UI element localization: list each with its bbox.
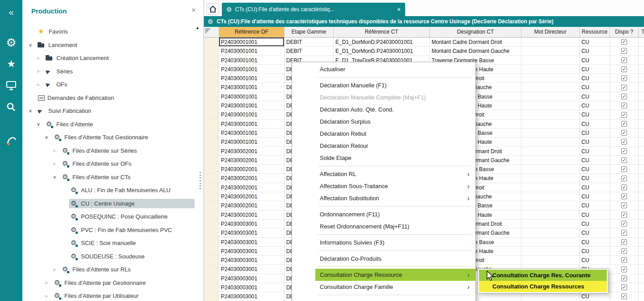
panel-resize-grip[interactable] bbox=[199, 172, 201, 191]
menu-item[interactable]: Déclaration Co-Produits bbox=[292, 253, 475, 265]
row-selector-cell[interactable] bbox=[204, 83, 219, 92]
home-button[interactable] bbox=[207, 3, 219, 15]
search-button[interactable] bbox=[0, 99, 22, 115]
dispo-checkbox[interactable]: ✓ bbox=[621, 176, 627, 181]
menu-item[interactable]: Déclaration Rebut bbox=[292, 128, 475, 140]
row-selector-cell[interactable] bbox=[204, 265, 219, 274]
menu-item[interactable]: Consultation Charge Ressource› bbox=[292, 269, 475, 281]
dispo-checkbox[interactable]: ✓ bbox=[621, 185, 627, 190]
dispo-checkbox[interactable]: ✓ bbox=[621, 230, 627, 236]
row-selector-cell[interactable] bbox=[204, 47, 219, 56]
dispo-checkbox[interactable]: ✓ bbox=[621, 212, 627, 218]
dispo-checkbox[interactable]: ✓ bbox=[621, 48, 627, 54]
chevron-collapsed-icon[interactable]: > bbox=[37, 69, 44, 74]
row-selector-cell[interactable] bbox=[204, 219, 219, 228]
tab-close-icon[interactable]: × bbox=[397, 6, 401, 13]
chevron-collapsed-icon[interactable]: > bbox=[37, 56, 44, 61]
dispo-checkbox[interactable]: ✓ bbox=[621, 112, 627, 118]
settings-button[interactable] bbox=[0, 35, 22, 50]
chevron-expanded-icon[interactable]: ∨ bbox=[29, 42, 36, 48]
row-selector-cell[interactable] bbox=[204, 74, 219, 83]
nav-item[interactable]: >Création Lancement bbox=[22, 52, 197, 65]
row-selector-cell[interactable] bbox=[204, 165, 219, 174]
menu-item[interactable]: Déclaration Auto. Qté. Cond. bbox=[292, 103, 475, 116]
column-header[interactable]: Référence CT bbox=[334, 27, 430, 38]
dispo-checkbox[interactable]: ✓ bbox=[621, 202, 627, 208]
chevron-collapsed-icon[interactable]: > bbox=[53, 267, 60, 272]
menu-item[interactable]: Ordonnancement (F11) bbox=[292, 208, 475, 220]
nav-item[interactable]: >Files d'Attente par Utilisateur bbox=[22, 289, 197, 301]
tab-active[interactable]: CTs (CU):File d'attente des caractéristi… bbox=[222, 3, 405, 16]
nav-item[interactable]: >OFs bbox=[22, 78, 197, 91]
nav-item[interactable]: PVC : Fin de Fab Menuiseries PVC bbox=[22, 224, 197, 237]
row-selector-cell[interactable] bbox=[204, 110, 219, 119]
row-selector-cell[interactable] bbox=[204, 129, 219, 138]
nav-item[interactable]: ∨Suivi Fabrication bbox=[22, 104, 197, 118]
column-header[interactable]: Etape Gamme bbox=[284, 27, 334, 38]
dispo-checkbox[interactable]: ✓ bbox=[621, 267, 627, 272]
dispo-checkbox[interactable]: ✓ bbox=[621, 121, 627, 127]
column-header[interactable]: Ressource bbox=[580, 27, 610, 38]
nav-item[interactable]: >Séries bbox=[22, 65, 197, 78]
menu-item[interactable]: Déclaration Manuelle (F1) bbox=[292, 79, 475, 91]
nav-item[interactable]: ALU : Fin de Fab Menuiseries ALU bbox=[22, 184, 197, 197]
row-selector-cell[interactable] bbox=[204, 274, 219, 283]
row-selector-cell[interactable] bbox=[204, 256, 219, 265]
dispo-checkbox[interactable]: ✓ bbox=[621, 148, 627, 154]
dispo-checkbox[interactable]: ✓ bbox=[621, 257, 627, 263]
row-selector-cell[interactable] bbox=[204, 101, 219, 110]
row-selector-cell[interactable] bbox=[204, 138, 219, 146]
chevron-collapsed-icon[interactable]: > bbox=[37, 82, 44, 87]
menu-item[interactable]: Affectation RL› bbox=[292, 168, 475, 180]
table-row[interactable]: P24030001001DEBITE_D1_DorMonG:P240300010… bbox=[204, 47, 644, 56]
dispo-checkbox[interactable]: ✓ bbox=[621, 139, 627, 145]
row-selector-cell[interactable] bbox=[204, 147, 219, 156]
dispo-checkbox[interactable]: ✓ bbox=[621, 75, 627, 81]
dispo-checkbox[interactable]: ✓ bbox=[621, 293, 627, 299]
nav-item[interactable]: SOUDEUSE : Soudeuse bbox=[22, 250, 197, 263]
menu-item[interactable]: Affectation Substitution› bbox=[292, 192, 475, 204]
dispo-checkbox[interactable]: ✓ bbox=[621, 66, 627, 72]
nav-item[interactable]: ∨Files d'Attente sur CTs bbox=[22, 171, 197, 184]
menu-item[interactable]: Déclaration Surplus bbox=[292, 116, 475, 128]
nav-item[interactable]: Favoris bbox=[22, 25, 197, 39]
chevron-collapsed-icon[interactable]: > bbox=[45, 280, 52, 285]
submenu-item[interactable]: Consultation Charge Ressources bbox=[479, 281, 607, 292]
row-selector-cell[interactable] bbox=[204, 192, 219, 201]
nav-item[interactable]: CU : Centre Usinage bbox=[22, 197, 197, 211]
nav-item[interactable]: ∨Files d'Attente Tout Gestionnaire bbox=[22, 131, 197, 144]
menu-item[interactable]: Affectation Sous-Traitance› bbox=[292, 180, 475, 192]
nav-item[interactable]: ∨Lancement bbox=[22, 39, 197, 52]
row-selector-cell[interactable] bbox=[204, 92, 219, 101]
nav-item[interactable]: >Files d'Attente par Gestionnaire bbox=[22, 276, 197, 290]
nav-item[interactable]: >Files d'Attente sur Séries bbox=[22, 144, 197, 158]
nav-item[interactable]: POSEQUINC : Pose Quincaillerie bbox=[22, 210, 197, 224]
dispo-checkbox[interactable]: ✓ bbox=[621, 275, 627, 281]
menu-item[interactable]: Reset Ordonnancement (Maj+F11) bbox=[292, 220, 475, 232]
workstation-button[interactable] bbox=[0, 78, 22, 93]
chevron-collapsed-icon[interactable]: > bbox=[45, 293, 52, 299]
row-selector-cell[interactable] bbox=[204, 201, 219, 210]
nav-item[interactable]: >Files d'Attente sur OFs bbox=[22, 157, 197, 171]
row-selector-cell[interactable] bbox=[204, 174, 219, 183]
chevron-expanded-icon[interactable]: ∨ bbox=[45, 134, 52, 140]
column-header[interactable]: Désignation CT bbox=[430, 27, 521, 38]
nav-item[interactable]: ∨Files d'Attente bbox=[22, 118, 197, 131]
dispo-checkbox[interactable]: ✓ bbox=[621, 103, 627, 108]
dispo-checkbox[interactable]: ✓ bbox=[621, 130, 627, 136]
row-selector-cell[interactable] bbox=[204, 156, 219, 165]
dispo-checkbox[interactable]: ✓ bbox=[621, 284, 627, 290]
row-selector-cell[interactable] bbox=[204, 56, 219, 65]
dispo-checkbox[interactable]: ✓ bbox=[621, 57, 627, 63]
submenu-item[interactable]: Consultation Charge Res. Courante bbox=[479, 270, 607, 281]
dispo-checkbox[interactable]: ✓ bbox=[621, 157, 627, 163]
dispo-checkbox[interactable]: ✓ bbox=[621, 166, 627, 172]
menu-item[interactable]: Actualiser bbox=[292, 63, 475, 75]
nav-item[interactable]: >Files d'Attente sur RLs bbox=[22, 263, 197, 276]
row-selector-cell[interactable] bbox=[204, 65, 219, 74]
column-header[interactable]: Référence OF bbox=[219, 27, 284, 38]
row-selector-cell[interactable] bbox=[204, 120, 219, 129]
row-selector-cell[interactable] bbox=[204, 238, 219, 247]
dispo-checkbox[interactable]: ✓ bbox=[621, 194, 627, 199]
dispo-checkbox[interactable]: ✓ bbox=[621, 39, 627, 45]
